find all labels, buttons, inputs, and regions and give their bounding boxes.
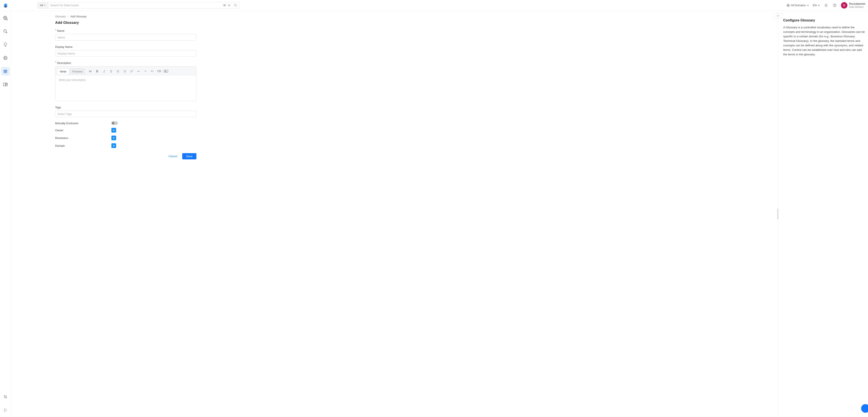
editor-toolbar: Write Preview 123 bbox=[55, 66, 196, 75]
globe-icon bbox=[3, 56, 8, 60]
add-domain-button[interactable]: + bbox=[112, 143, 116, 148]
mutually-exclusive-row: Mutually Exclusive bbox=[55, 121, 196, 125]
editor-tab-write[interactable]: Write bbox=[57, 68, 69, 74]
floating-action-button[interactable] bbox=[861, 404, 868, 413]
side-panel-title: Configure Glossary bbox=[783, 19, 866, 22]
description-label: Description bbox=[57, 61, 71, 65]
svg-point-37 bbox=[117, 72, 117, 72]
help-icon bbox=[833, 3, 837, 7]
display-name-field-group: Display Name bbox=[55, 45, 196, 57]
tags-select[interactable]: Select Tags bbox=[55, 111, 196, 117]
sidebar-item-docs[interactable] bbox=[1, 80, 10, 89]
app-logo[interactable] bbox=[3, 3, 8, 8]
shortcut-key: k bbox=[228, 4, 230, 7]
form-actions: Cancel Save bbox=[55, 153, 196, 159]
description-editor: Write Preview 123 bbox=[55, 66, 196, 101]
side-panel-text: A Glossary is a controlled vocabulary us… bbox=[783, 25, 866, 57]
sidebar-item-domains[interactable] bbox=[1, 54, 10, 62]
sidebar-item-search[interactable] bbox=[1, 27, 10, 36]
editor-tool-code[interactable] bbox=[149, 68, 155, 74]
panel-resize-handle[interactable] bbox=[777, 208, 778, 219]
editor-tab-preview[interactable]: Preview bbox=[69, 68, 85, 74]
required-marker: * bbox=[55, 61, 56, 64]
editor-tool-header[interactable] bbox=[87, 68, 94, 74]
help-button[interactable] bbox=[832, 3, 837, 8]
svg-point-17 bbox=[4, 56, 6, 60]
svg-point-12 bbox=[3, 30, 6, 32]
search-icon bbox=[234, 4, 237, 7]
user-name: Rounakpreet. bbox=[849, 2, 866, 6]
notifications-button[interactable] bbox=[824, 3, 829, 8]
editor-tool-italic[interactable] bbox=[101, 68, 107, 74]
link-icon bbox=[130, 70, 133, 73]
editor-tool-hr[interactable] bbox=[135, 68, 142, 74]
user-meta: Rounakpreet. Data Steward bbox=[849, 2, 866, 8]
domain-selector[interactable]: All Domains bbox=[786, 4, 809, 7]
add-owner-button[interactable]: + bbox=[112, 128, 116, 133]
editor-tool-markdown[interactable]: M↓ bbox=[163, 68, 169, 74]
government-icon bbox=[3, 69, 8, 73]
breadcrumb-root[interactable]: Glossary bbox=[55, 15, 66, 18]
avatar: R bbox=[841, 2, 847, 8]
svg-line-13 bbox=[6, 32, 7, 33]
breadcrumb-current: Add Glossary bbox=[70, 15, 87, 18]
search-submit[interactable] bbox=[232, 2, 239, 8]
toggle-knob bbox=[112, 122, 115, 124]
display-name-input[interactable] bbox=[55, 50, 196, 57]
sidebar-item-logout[interactable] bbox=[1, 406, 10, 414]
sidebar-item-settings[interactable] bbox=[1, 392, 10, 401]
add-reviewers-button[interactable]: + bbox=[112, 135, 116, 140]
lightbulb-icon bbox=[3, 42, 8, 47]
domain-label: All Domains bbox=[791, 4, 806, 7]
svg-line-11 bbox=[7, 20, 7, 20]
sliders-icon bbox=[3, 394, 8, 399]
page-title: Add Glossary bbox=[55, 21, 196, 25]
editor-tool-quote[interactable] bbox=[142, 68, 149, 74]
main-content: Glossary / Add Glossary Add Glossary *Na… bbox=[11, 11, 778, 417]
user-menu[interactable]: R Rounakpreet. Data Steward bbox=[841, 2, 866, 8]
bullet-list-icon bbox=[116, 70, 120, 73]
language-selector[interactable]: EN bbox=[813, 4, 820, 7]
svg-point-25 bbox=[6, 84, 7, 85]
display-name-label: Display Name bbox=[55, 45, 72, 49]
editor-tool-ul[interactable] bbox=[115, 68, 121, 74]
editor-tool-ol[interactable]: 123 bbox=[122, 68, 128, 74]
name-input[interactable] bbox=[55, 34, 196, 40]
cancel-button[interactable]: Cancel bbox=[167, 153, 179, 159]
globe-search-icon bbox=[3, 15, 8, 21]
mutually-exclusive-toggle[interactable] bbox=[112, 121, 118, 125]
search-input[interactable] bbox=[48, 2, 221, 8]
svg-point-16 bbox=[3, 56, 7, 60]
side-panel: Configure Glossary A Glossary is a contr… bbox=[778, 11, 868, 417]
svg-point-7 bbox=[3, 16, 7, 20]
editor-tool-strike[interactable] bbox=[108, 68, 114, 74]
editor-tool-bold[interactable] bbox=[94, 68, 100, 74]
expand-horizontal-icon bbox=[777, 14, 780, 17]
description-textarea[interactable]: Write your description bbox=[55, 75, 196, 101]
name-field-group: *Name bbox=[55, 29, 196, 40]
globe-icon bbox=[786, 4, 790, 7]
svg-text:2: 2 bbox=[123, 71, 124, 72]
domain-row: Domain + bbox=[55, 143, 196, 148]
breadcrumb-sep: / bbox=[68, 15, 68, 18]
markdown-label: M↓ bbox=[164, 70, 168, 72]
editor-tool-link[interactable] bbox=[128, 68, 135, 74]
required-marker: * bbox=[55, 29, 56, 32]
editor-tool-codeblock[interactable]: CB bbox=[156, 68, 162, 74]
save-button[interactable]: Save bbox=[182, 153, 196, 159]
sidebar-item-explore[interactable] bbox=[1, 14, 10, 22]
book-icon bbox=[3, 82, 8, 87]
shortcut-cmd: ⌘ bbox=[223, 4, 226, 7]
panel-collapse-button[interactable] bbox=[774, 13, 782, 19]
svg-point-35 bbox=[117, 70, 117, 71]
search-scope-dropdown[interactable]: All bbox=[37, 2, 48, 8]
description-field-group: *Description Write Preview 123 bbox=[55, 61, 196, 101]
numbered-list-icon: 123 bbox=[123, 70, 126, 73]
mutually-exclusive-label: Mutually Exclusive bbox=[55, 122, 112, 125]
svg-point-3 bbox=[787, 4, 788, 7]
sidebar-item-insights[interactable] bbox=[1, 40, 10, 49]
sidebar-item-governance[interactable] bbox=[1, 67, 10, 75]
reviewers-label: Reviewers bbox=[55, 136, 112, 140]
bold-icon bbox=[96, 70, 99, 73]
search-shortcut: ⌘ k bbox=[221, 2, 232, 8]
